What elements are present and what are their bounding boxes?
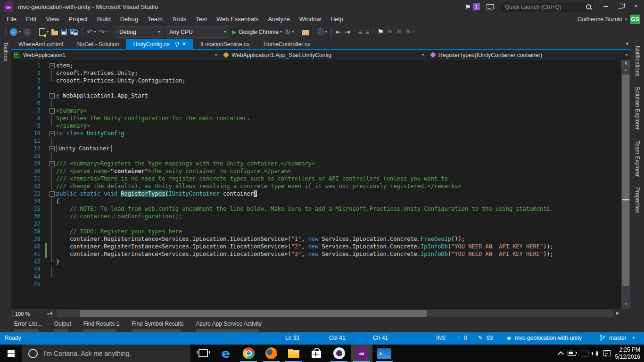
decrease-indent-button[interactable]: ⇤ [334,26,343,38]
member-dropdown[interactable]: RegisterTypes(IUnityContainer container)… [427,50,630,60]
fold-margin[interactable] [48,265,56,273]
start-debug-button[interactable]: ▶ Google Chrome ▾ [231,26,283,38]
sidebar-tab-solution-explorer[interactable]: Solution Explorer [634,87,641,130]
menu-item-project[interactable]: Project [64,14,92,25]
navigate-to-button[interactable]: ▾ [315,26,329,38]
repository-name[interactable]: mvc-geolocation-with-unity [515,335,582,341]
menu-item-build[interactable]: Build [92,14,116,25]
panel-tab-azure-app-service-activity[interactable]: Azure App Service Activity [196,321,261,327]
code-line[interactable]: 4 [11,84,621,92]
code-line[interactable]: 38 // TODO: Register your types here [11,228,621,235]
close-tab-icon[interactable]: ✕ [182,41,186,47]
fold-margin[interactable] [48,152,56,160]
panel-tab-find-symbol-results[interactable]: Find Symbol Results [132,321,183,327]
close-button[interactable]: × [629,0,643,12]
collapsed-region-box[interactable]: Unity Container [56,145,112,152]
start-button[interactable] [0,345,22,362]
notification-count-badge[interactable]: 1 [473,3,480,10]
editor-vertical-scrollbar[interactable]: ⇕ ▲ ▼ [621,60,630,309]
user-avatar[interactable]: GS [630,15,640,24]
scroll-left-arrow[interactable]: ◀ [49,311,52,315]
task-view-button[interactable] [192,345,214,362]
unpushed-commits-icon[interactable]: ↑ [457,335,460,341]
panel-tab-output[interactable]: Output [54,321,71,327]
menu-item-help[interactable]: Help [326,14,348,25]
code-line[interactable]: 42 } [11,258,621,265]
fold-margin[interactable] [48,235,56,243]
code-line[interactable]: 31 /// <remarks>There is no need to regi… [11,175,621,182]
code-line[interactable]: 1−using System; [11,62,621,69]
new-file-button[interactable]: ▾ [38,26,50,38]
fold-margin[interactable] [48,167,56,175]
branch-name[interactable]: master [609,335,627,341]
collapse-icon[interactable]: − [50,191,55,197]
project-dropdown[interactable]: WebApplication1▾ [11,50,220,60]
fold-margin[interactable] [48,115,56,122]
minimize-button[interactable] [599,0,613,12]
fold-margin[interactable] [48,205,56,213]
tab-homecontroller-cs[interactable]: HomeController.cs [256,39,317,49]
fold-margin[interactable] [48,228,56,235]
file-explorer-button[interactable] [283,345,305,362]
firefox-button[interactable] [260,345,282,362]
navigate-forward-button[interactable]: → [22,26,33,38]
menu-item-window[interactable]: Window [295,14,326,25]
menu-item-view[interactable]: View [41,14,64,25]
menu-item-test[interactable]: Test [191,14,212,25]
fold-margin[interactable]: − [48,92,56,99]
horizontal-scroll-thumb[interactable] [80,310,427,317]
collapse-icon[interactable]: − [50,93,55,99]
code-line[interactable]: 3using Microsoft.Practices.Unity.Configu… [11,77,621,84]
pending-edits-icon[interactable]: ✎ [478,335,483,341]
increase-indent-button[interactable]: ⇥ [343,26,352,38]
fold-margin[interactable] [48,250,56,258]
visual-studio-button[interactable]: ∞ [351,345,372,362]
fold-margin[interactable] [48,182,56,190]
notifications-flag-icon[interactable]: ⚑ [465,3,471,11]
fold-margin[interactable]: − [48,62,56,69]
pin-icon[interactable] [174,42,178,47]
vertical-scroll-thumb[interactable] [622,74,629,286]
collapse-icon[interactable]: − [50,131,55,136]
fold-margin[interactable] [48,258,56,265]
sidebar-tab-notifications[interactable]: Notifications [634,46,641,76]
fold-margin[interactable] [48,220,56,228]
tray-expand-icon[interactable] [559,351,563,355]
user-name[interactable]: Guilherme Suzuki [578,16,622,23]
fold-margin[interactable]: − [48,160,56,167]
fold-margin[interactable]: − [48,107,56,115]
toolbox-tab[interactable]: Toolbox [2,42,9,61]
fold-margin[interactable]: − [48,130,56,137]
code-line[interactable]: 6{ [11,99,621,107]
scroll-down-arrow[interactable]: ▼ [621,302,630,308]
fold-margin[interactable] [48,69,56,77]
find-in-files-button[interactable] [301,26,310,38]
pending-edits-count[interactable]: 93 [487,335,493,341]
repository-icon[interactable]: ◈ [507,335,511,341]
code-line[interactable]: 28 [11,152,621,160]
taskbar-clock[interactable]: 2:25 PM 5/12/2016 [615,346,640,361]
panel-tab-find-results-1[interactable]: Find Results 1 [83,321,120,327]
open-file-button[interactable] [50,26,59,38]
github-button[interactable] [328,345,350,362]
code-line[interactable]: 29− /// <summary>Registers the type mapp… [11,160,621,167]
fold-margin[interactable] [48,280,56,288]
editor-horizontal-scrollbar[interactable] [57,310,613,317]
code-line[interactable]: 39 container.RegisterInstance<Services.I… [11,235,621,243]
undo-button[interactable]: ↶▾ [85,26,98,38]
tab-ilocationservice-cs[interactable]: ILocationService.cs [193,39,256,49]
menu-item-file[interactable]: File [2,14,21,25]
code-line[interactable]: 12+ Unity Container [11,145,621,152]
restore-button[interactable] [614,0,628,12]
scroll-right-arrow[interactable]: ▶ [616,311,619,315]
code-line[interactable]: 2using Microsoft.Practices.Unity; [11,69,621,77]
sidebar-tab-properties[interactable]: Properties [634,187,641,213]
menu-item-tools[interactable]: Tools [167,14,191,25]
user-dropdown-icon[interactable]: ▾ [625,17,627,22]
code-line[interactable]: 8 /// Specifies the Unity configuration … [11,115,621,122]
code-line[interactable]: 36 // container.LoadConfiguration(); [11,213,621,220]
toolbar-grip[interactable] [5,27,7,37]
code-editor[interactable]: 1−using System;2using Microsoft.Practice… [11,60,621,309]
prev-bookmark-button[interactable]: ⚑ [385,26,394,38]
feedback-icon[interactable] [487,4,494,9]
